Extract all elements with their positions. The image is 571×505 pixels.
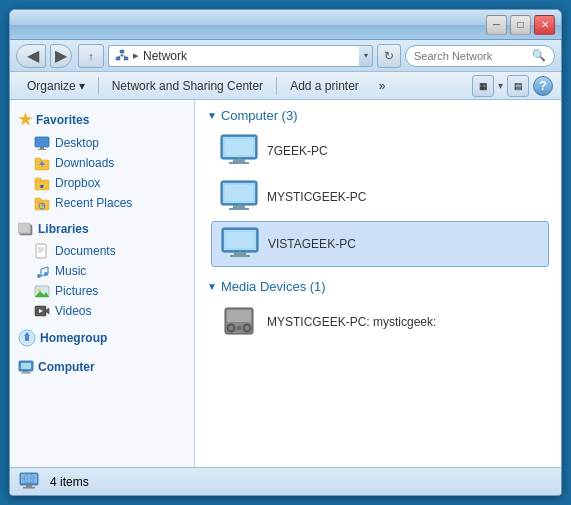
downloads-folder-icon <box>34 155 50 171</box>
close-button[interactable]: ✕ <box>534 15 555 35</box>
svg-rect-42 <box>25 336 29 341</box>
toolbar-separator-2 <box>276 77 277 95</box>
svg-line-4 <box>118 55 122 57</box>
up-icon: ↑ <box>88 50 94 62</box>
downloads-label: Downloads <box>55 156 114 170</box>
minimize-button[interactable]: ─ <box>486 15 507 35</box>
sidebar-item-music[interactable]: Music <box>10 261 194 281</box>
add-printer-button[interactable]: Add a printer <box>281 75 368 97</box>
refresh-icon: ↻ <box>384 49 394 63</box>
network-sharing-label: Network and Sharing Center <box>112 79 263 93</box>
computer-name-mysticgeek: MYSTICGEEK-PC <box>267 190 366 204</box>
back-button[interactable]: ◀ <box>16 44 46 68</box>
svg-rect-46 <box>21 363 31 369</box>
svg-rect-45 <box>21 373 31 374</box>
forward-button[interactable]: ▶ <box>50 44 72 68</box>
forward-icon: ▶ <box>55 46 67 65</box>
network-icon <box>115 49 129 63</box>
sidebar-item-downloads[interactable]: Downloads <box>10 153 194 173</box>
desktop-icon <box>34 135 50 151</box>
maximize-button[interactable]: □ <box>510 15 531 35</box>
homegroup-icon <box>18 329 36 347</box>
music-icon <box>34 263 50 279</box>
preview-pane-button[interactable]: ▤ <box>507 75 529 97</box>
computer-item-vistageek[interactable]: VISTAGEEK-PC <box>211 221 549 267</box>
svg-point-52 <box>238 158 240 160</box>
libraries-label: Libraries <box>38 222 89 236</box>
svg-rect-0 <box>120 50 124 53</box>
favorites-section: ★ Favorites Desktop <box>10 106 194 213</box>
organize-dropdown-icon: ▾ <box>79 79 85 93</box>
computer-item-mysticgeek[interactable]: MYSTICGEEK-PC <box>211 175 549 219</box>
computer-section-header[interactable]: ▼ Computer (3) <box>207 108 549 123</box>
favorites-header[interactable]: ★ Favorites <box>10 106 194 133</box>
view-dropdown-arrow: ▾ <box>498 80 503 91</box>
sidebar-item-recent-places[interactable]: Recent Places <box>10 193 194 213</box>
collapse-computer-icon: ▼ <box>207 110 217 121</box>
svg-rect-55 <box>225 185 253 201</box>
svg-rect-8 <box>38 149 46 150</box>
media-item-mysticgeek[interactable]: MYSTICGEEK-PC: mysticgeek: <box>211 300 549 344</box>
refresh-button[interactable]: ↻ <box>377 44 401 68</box>
libraries-icon <box>18 221 34 237</box>
change-view-button[interactable]: ▦ <box>472 75 494 97</box>
network-status-icon <box>18 471 42 493</box>
back-icon: ◀ <box>27 46 39 65</box>
videos-label: Videos <box>55 304 91 318</box>
path-label: Network <box>143 49 187 63</box>
sidebar-item-desktop[interactable]: Desktop <box>10 133 194 153</box>
help-button[interactable]: ? <box>533 76 553 96</box>
computer-icon-mysticgeek <box>219 179 259 215</box>
svg-rect-2 <box>124 57 128 60</box>
svg-point-70 <box>245 326 249 330</box>
network-sharing-button[interactable]: Network and Sharing Center <box>103 75 272 97</box>
computer-nav-section: Computer <box>10 355 194 379</box>
computer-icon-7geek <box>219 133 259 169</box>
homegroup-header[interactable]: Homegroup <box>10 325 194 351</box>
libraries-section: Libraries Documents <box>10 217 194 321</box>
more-button[interactable]: » <box>370 75 395 97</box>
status-bar: 4 items <box>10 467 561 495</box>
computer-nav-header[interactable]: Computer <box>10 355 194 379</box>
collapse-media-icon: ▼ <box>207 281 217 292</box>
svg-rect-44 <box>23 371 29 373</box>
libraries-header[interactable]: Libraries <box>10 217 194 241</box>
more-icon: » <box>379 79 386 93</box>
computer-nav-icon <box>18 359 34 375</box>
media-device-name: MYSTICGEEK-PC: mysticgeek: <box>267 315 436 329</box>
svg-rect-66 <box>227 310 251 322</box>
sidebar: ★ Favorites Desktop <box>10 100 195 467</box>
documents-label: Documents <box>55 244 116 258</box>
media-section-header[interactable]: ▼ Media Devices (1) <box>207 279 549 294</box>
sidebar-item-pictures[interactable]: Pictures <box>10 281 194 301</box>
desktop-label: Desktop <box>55 136 99 150</box>
dropbox-label: Dropbox <box>55 176 100 190</box>
toolbar-separator-1 <box>98 77 99 95</box>
title-bar-controls: ─ □ ✕ <box>486 15 555 35</box>
address-dropdown-button[interactable]: ▾ <box>359 45 373 67</box>
add-printer-label: Add a printer <box>290 79 359 93</box>
dropdown-arrow-icon: ▾ <box>364 51 368 60</box>
music-label: Music <box>55 264 86 278</box>
sidebar-item-videos[interactable]: Videos <box>10 301 194 321</box>
up-button[interactable]: ↑ <box>78 44 104 68</box>
address-path[interactable]: ▸ Network <box>108 45 359 67</box>
svg-rect-1 <box>116 57 120 60</box>
address-bar: ◀ ▶ ↑ ▸ Network <box>10 40 561 72</box>
svg-rect-57 <box>229 208 249 210</box>
svg-rect-14 <box>35 178 41 182</box>
computer-icon-vistageek <box>220 226 260 262</box>
media-items-grid: MYSTICGEEK-PC: mysticgeek: <box>207 300 549 344</box>
media-icon-mysticgeek <box>219 304 259 340</box>
svg-rect-61 <box>226 232 254 248</box>
computer-item-7geek[interactable]: 7GEEK-PC <box>211 129 549 173</box>
title-bar: ─ □ ✕ <box>10 10 561 40</box>
toolbar-right: ▦ ▾ ▤ ? <box>472 75 553 97</box>
organize-button[interactable]: Organize ▾ <box>18 75 94 97</box>
svg-rect-74 <box>26 485 32 487</box>
sidebar-item-dropbox[interactable]: ■ Dropbox <box>10 173 194 193</box>
search-input[interactable] <box>414 50 528 62</box>
view-icon: ▦ <box>479 81 488 91</box>
sidebar-item-documents[interactable]: Documents <box>10 241 194 261</box>
computer-nav-label: Computer <box>38 360 95 374</box>
